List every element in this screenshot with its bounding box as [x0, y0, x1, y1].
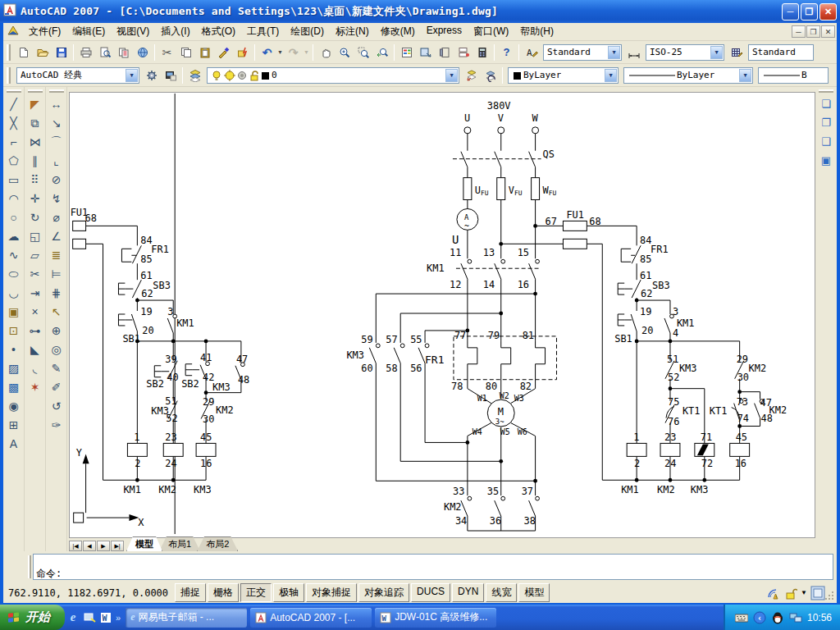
plot-button[interactable] — [76, 43, 95, 62]
start-button[interactable]: 开始 — [0, 605, 65, 630]
help-button[interactable]: ? — [497, 43, 516, 62]
chamfer-button[interactable]: ◣ — [25, 340, 44, 358]
dimension-text-edit-button[interactable]: ✐ — [47, 377, 66, 396]
tab-prev-button[interactable]: ◀ — [83, 541, 96, 551]
dock-button-4[interactable]: ▣ — [817, 151, 836, 170]
block-editor-button[interactable] — [233, 43, 252, 62]
open-button[interactable] — [33, 43, 52, 62]
make-object-layer-current-button[interactable] — [462, 66, 481, 84]
tool-palettes-button[interactable] — [435, 43, 454, 62]
minimize-button[interactable]: ─ — [782, 3, 799, 21]
network-icon[interactable] — [789, 611, 802, 624]
menu-item-7[interactable]: 标注(N) — [330, 22, 375, 41]
point-button[interactable]: • — [4, 340, 23, 358]
trim-button[interactable]: ✂ — [25, 264, 44, 283]
region-button[interactable]: ◉ — [4, 396, 23, 415]
table-style-button[interactable] — [727, 43, 746, 62]
undo-button[interactable]: ↶ — [258, 43, 276, 62]
tab-next-button[interactable]: ▶ — [97, 541, 110, 551]
line-button[interactable]: ╱ — [4, 94, 23, 113]
construction-line-button[interactable]: ╳ — [4, 113, 23, 132]
linetype-combo[interactable]: ByLayer▼ — [623, 67, 753, 84]
menu-item-3[interactable]: 插入(I) — [155, 22, 195, 41]
workspace-combo[interactable]: AutoCAD 经典▼ — [16, 67, 139, 84]
copy-button[interactable] — [176, 43, 195, 62]
dim-style-button[interactable] — [624, 43, 643, 62]
toolbar-grip[interactable] — [7, 89, 21, 93]
extend-button[interactable]: ⇥ — [25, 283, 44, 302]
designcenter-button[interactable] — [416, 43, 435, 62]
status-toggle-正交[interactable]: 正交 — [240, 583, 272, 602]
menu-item-10[interactable]: 窗口(W) — [468, 22, 514, 41]
dock-button-3[interactable]: ❑ — [817, 132, 836, 151]
new-button[interactable] — [14, 43, 33, 62]
menu-item-2[interactable]: 视图(V) — [111, 22, 155, 41]
status-toggle-线宽[interactable]: 线宽 — [486, 583, 517, 602]
dimension-update-button[interactable]: ↺ — [47, 396, 66, 415]
array-button[interactable]: ⠿ — [25, 170, 44, 189]
status-toggle-栅格[interactable]: 栅格 — [208, 583, 239, 602]
continue-dimension-button[interactable]: ⋕ — [47, 283, 66, 302]
text-style-combo[interactable]: Standard▼ — [543, 44, 622, 61]
rotate-button[interactable]: ↻ — [25, 208, 44, 226]
table-style-combo[interactable]: Standard — [748, 44, 814, 61]
fillet-button[interactable]: ◟ — [25, 358, 44, 377]
command-input-area[interactable]: 命令: — [33, 554, 833, 580]
etransmit-button[interactable] — [133, 43, 152, 62]
close-button[interactable]: ✕ — [819, 3, 837, 21]
tab-last-button[interactable]: ▶| — [111, 541, 124, 551]
paste-button[interactable] — [195, 43, 214, 62]
menu-item-8[interactable]: 修改(M) — [375, 22, 421, 41]
save-workspace-button[interactable] — [161, 66, 180, 84]
drawing-canvas[interactable]: 380VUVWQSUFUVFUWFUA~U67FU168111315KM1121… — [69, 92, 815, 538]
arc-button[interactable]: ◠ — [4, 189, 23, 208]
polyline-button[interactable]: ⌐ — [4, 132, 23, 151]
status-toggle-DYN[interactable]: DYN — [452, 583, 484, 602]
tab-模型[interactable]: 模型 — [126, 536, 162, 551]
command-prompt[interactable]: 命令: — [34, 567, 833, 579]
taskbar-clock[interactable]: 10:56 — [807, 612, 832, 623]
toolbar-grip[interactable] — [819, 89, 833, 93]
quick-launch-ie-icon[interactable]: e — [65, 609, 81, 626]
quick-leader-button[interactable]: ↖ — [47, 302, 66, 321]
tab-first-button[interactable]: |◀ — [69, 541, 82, 551]
menu-item-0[interactable]: 文件(F) — [23, 22, 66, 41]
toolbar-grip[interactable] — [7, 67, 11, 84]
tab-布局2[interactable]: 布局2 — [197, 536, 238, 551]
baseline-dimension-button[interactable]: ⊨ — [47, 264, 66, 283]
multiline-text-button[interactable]: A — [4, 434, 23, 453]
quick-launch-word-icon[interactable]: W — [98, 609, 114, 626]
polygon-button[interactable]: ⬠ — [4, 151, 23, 170]
language-bar-icon[interactable]: ‹ — [753, 611, 766, 624]
toolbar-grip[interactable] — [49, 89, 64, 93]
table-button[interactable]: ⊞ — [4, 415, 23, 434]
workspace-settings-button[interactable] — [142, 66, 161, 84]
zoom-window-button[interactable] — [354, 43, 372, 62]
dock-button-1[interactable]: ❏ — [817, 94, 836, 113]
status-toggle-对象捕捉[interactable]: 对象捕捉 — [306, 583, 357, 602]
menu-express[interactable]: Express — [421, 22, 468, 41]
status-toggle-模型[interactable]: 模型 — [518, 583, 550, 602]
mirror-button[interactable]: ⋈ — [25, 132, 44, 151]
toolbar-grip[interactable] — [7, 44, 11, 61]
rectangle-button[interactable]: ▭ — [4, 170, 23, 189]
dimension-style-button[interactable]: ✑ — [47, 415, 66, 434]
quick-launch-overflow-chevron[interactable]: » — [116, 613, 121, 623]
keyboard-icon[interactable] — [735, 611, 748, 624]
text-style-button[interactable]: A — [522, 43, 541, 62]
angular-dimension-button[interactable]: ∠ — [47, 226, 66, 245]
toolbar-grip[interactable] — [28, 89, 43, 93]
command-window-grip[interactable] — [28, 555, 31, 578]
sheet-set-manager-button[interactable] — [454, 43, 472, 62]
redo-dropdown[interactable]: ▼ — [303, 43, 310, 62]
match-properties-button[interactable] — [214, 43, 233, 62]
task-button-netease-mail[interactable]: e 网易电子邮箱 - ... — [126, 608, 247, 628]
plot-preview-button[interactable] — [95, 43, 114, 62]
dim-style-combo[interactable]: ISO-25▼ — [646, 44, 724, 61]
unlock-icon[interactable] — [784, 587, 797, 600]
restore-button[interactable]: ❐ — [801, 3, 818, 21]
center-mark-button[interactable]: ◎ — [47, 340, 66, 358]
doc-restore-button[interactable]: ❐ — [806, 25, 820, 38]
jogged-dimension-button[interactable]: ↯ — [47, 189, 66, 208]
coordinate-readout[interactable]: 762.9110, 1182.6971, 0.0000 — [3, 586, 175, 600]
